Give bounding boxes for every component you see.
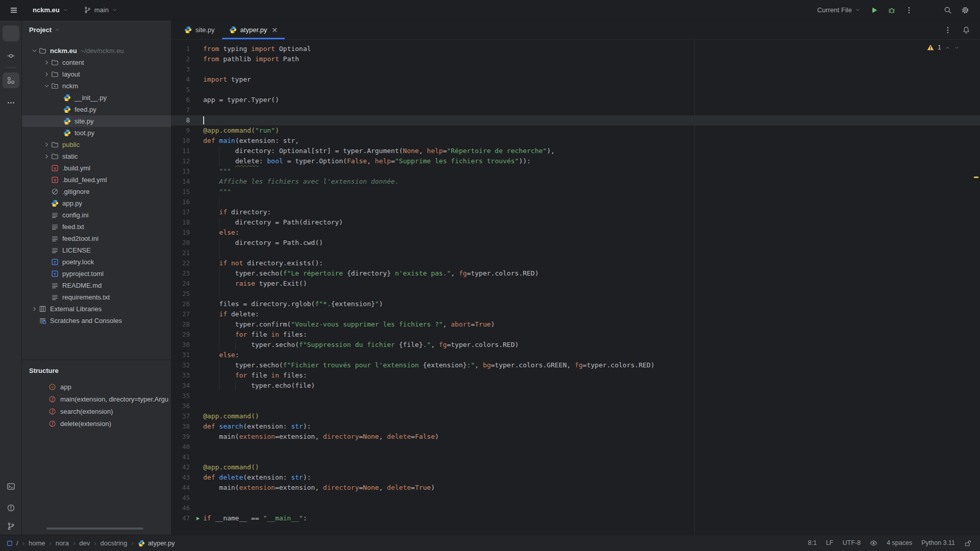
line-number[interactable]: 43: [171, 472, 190, 483]
tree-item-layout[interactable]: layout: [22, 68, 171, 80]
code-line-41[interactable]: 41: [171, 452, 980, 462]
line-number[interactable]: 17: [171, 207, 190, 217]
tree-item-External Libraries[interactable]: External Libraries: [22, 303, 171, 315]
code-line-18[interactable]: 18 directory = Path(directory): [171, 217, 980, 228]
tab-options-button[interactable]: [940, 23, 955, 37]
gutter[interactable]: [190, 391, 203, 401]
gutter[interactable]: [190, 309, 203, 319]
line-number[interactable]: 18: [171, 217, 190, 228]
tree-chevron[interactable]: [42, 59, 51, 66]
code-line-19[interactable]: 19 else:: [171, 228, 980, 238]
code-line-13[interactable]: 13 """: [171, 166, 980, 177]
line-number[interactable]: 22: [171, 258, 190, 268]
tab-site.py[interactable]: site.py: [177, 20, 222, 39]
line-number[interactable]: 1: [171, 44, 190, 54]
line-number[interactable]: 27: [171, 309, 190, 319]
line-number[interactable]: 16: [171, 197, 190, 207]
code-line-26[interactable]: 26 files = directory.rglob(f"*.{extensio…: [171, 299, 980, 309]
line-number[interactable]: 42: [171, 462, 190, 472]
commit-tool-button[interactable]: [3, 48, 19, 64]
breadcrumb-item-atyper.py[interactable]: atyper.py: [138, 539, 175, 547]
line-number[interactable]: 23: [171, 268, 190, 279]
code-line-46[interactable]: 46: [171, 503, 980, 513]
gutter[interactable]: [190, 136, 203, 146]
code-line-35[interactable]: 35: [171, 391, 980, 401]
line-number[interactable]: 5: [171, 85, 190, 95]
tab-atyper.py[interactable]: atyper.py✕: [222, 20, 285, 39]
gutter[interactable]: [190, 64, 203, 74]
line-number[interactable]: 21: [171, 248, 190, 258]
tree-item-nckm[interactable]: nckm: [22, 80, 171, 92]
code-line-27[interactable]: 27 if delete:: [171, 309, 980, 319]
code-line-7[interactable]: 7: [171, 105, 980, 115]
run-configuration-selector[interactable]: Current File: [813, 4, 865, 16]
line-number[interactable]: 2: [171, 54, 190, 64]
gutter[interactable]: [190, 197, 203, 207]
gutter[interactable]: [190, 360, 203, 370]
gutter[interactable]: [190, 146, 203, 156]
tree-chevron[interactable]: [30, 306, 39, 312]
code-line-33[interactable]: 33 for file in files:: [171, 370, 980, 381]
chevron-right-icon[interactable]: [43, 71, 50, 78]
code-line-6[interactable]: 6app = typer.Typer(): [171, 95, 980, 105]
gutter[interactable]: [190, 156, 203, 166]
line-number[interactable]: 37: [171, 411, 190, 421]
version-control-tool-button[interactable]: [3, 518, 19, 534]
line-number[interactable]: 20: [171, 238, 190, 248]
line-number[interactable]: 25: [171, 289, 190, 299]
code-line-17[interactable]: 17 if directory:: [171, 207, 980, 217]
gutter[interactable]: [190, 74, 203, 85]
line-number[interactable]: 44: [171, 483, 190, 493]
line-number[interactable]: 15: [171, 187, 190, 197]
gutter[interactable]: [190, 319, 203, 330]
code-line-23[interactable]: 23 typer.secho(f"Le répertoire {director…: [171, 268, 980, 279]
vcs-branch-widget[interactable]: main: [80, 4, 121, 16]
code-line-28[interactable]: 28 typer.confirm("Voulez-vous supprimer …: [171, 319, 980, 330]
code-line-38[interactable]: 38def search(extension: str):: [171, 421, 980, 432]
inspections-widget[interactable]: 1: [927, 44, 960, 51]
gutter[interactable]: [190, 350, 203, 360]
gutter[interactable]: [190, 115, 203, 126]
gutter[interactable]: [190, 381, 203, 391]
gutter[interactable]: [190, 44, 203, 54]
file-encoding[interactable]: UTF-8: [843, 539, 861, 546]
code-line-5[interactable]: 5: [171, 85, 980, 95]
breadcrumb-item-nora[interactable]: nora: [56, 539, 69, 547]
gutter[interactable]: [190, 187, 203, 197]
gutter[interactable]: [190, 452, 203, 462]
gutter[interactable]: [190, 105, 203, 115]
gutter[interactable]: [190, 513, 203, 523]
code-line-24[interactable]: 24 raise typer.Exit(): [171, 279, 980, 289]
reader-mode[interactable]: [870, 539, 877, 547]
gutter[interactable]: [190, 472, 203, 483]
code-line-3[interactable]: 3: [171, 64, 980, 74]
code-line-11[interactable]: 11 directory: Optional[str] = typer.Argu…: [171, 146, 980, 156]
gutter[interactable]: [190, 421, 203, 432]
gutter[interactable]: [190, 483, 203, 493]
terminal-tool-button[interactable]: [3, 479, 19, 494]
code-line-43[interactable]: 43def delete(extension: str):: [171, 472, 980, 483]
breadcrumb-item-docstring[interactable]: docstring: [101, 539, 128, 547]
settings-button[interactable]: [958, 3, 973, 17]
indent-style[interactable]: 4 spaces: [887, 539, 912, 546]
line-number[interactable]: 39: [171, 432, 190, 442]
line-number[interactable]: 36: [171, 401, 190, 411]
tree-chevron[interactable]: [42, 71, 51, 78]
line-number[interactable]: 29: [171, 330, 190, 340]
line-number[interactable]: 14: [171, 177, 190, 187]
gutter[interactable]: [190, 217, 203, 228]
code-line-8[interactable]: 8: [171, 115, 980, 126]
caret-position[interactable]: 8:1: [808, 539, 817, 546]
code-line-40[interactable]: 40: [171, 442, 980, 452]
gutter[interactable]: [190, 279, 203, 289]
gutter[interactable]: [190, 493, 203, 503]
tree-item-feed2toot.ini[interactable]: feed2toot.ini: [22, 233, 171, 244]
code-line-31[interactable]: 31 else:: [171, 350, 980, 360]
chevron-right-icon[interactable]: [43, 59, 50, 66]
code-line-32[interactable]: 32 typer.secho(f"Fichier trouvés pour l'…: [171, 360, 980, 370]
file-writable[interactable]: [964, 539, 972, 547]
line-number[interactable]: 45: [171, 493, 190, 503]
tree-item-__init__.py[interactable]: __init__.py: [22, 92, 171, 104]
chevron-down-icon[interactable]: [43, 83, 50, 89]
warning-stripe-mark[interactable]: [974, 177, 978, 178]
